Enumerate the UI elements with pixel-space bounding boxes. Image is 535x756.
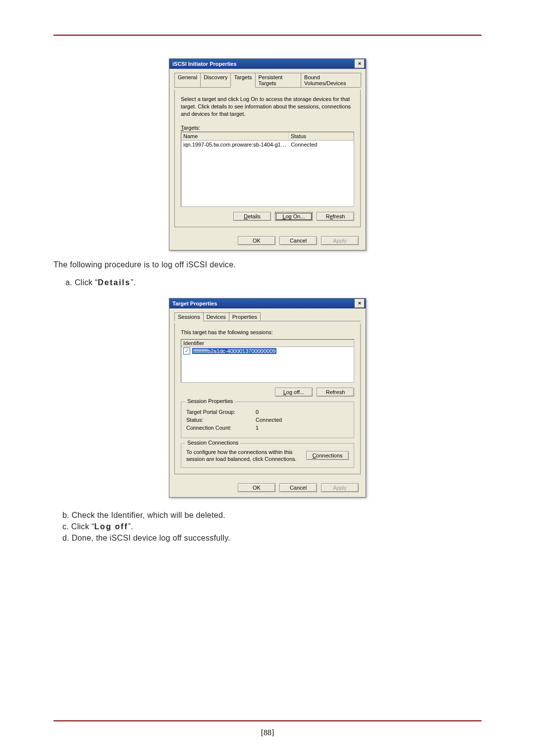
close-button[interactable]: ×: [355, 299, 365, 308]
list-header: Name Status: [181, 132, 354, 141]
apply-button: Apply: [321, 236, 359, 245]
dialog-body: General Discovery Targets Persistent Tar…: [169, 69, 366, 250]
logoff-button[interactable]: Log off...: [275, 388, 313, 397]
tab-targets[interactable]: Targets: [230, 73, 255, 88]
session-id: ffffffffffb2a1dc-4000013700000009: [192, 348, 276, 354]
action-buttons: Details Log On... Refresh: [181, 212, 354, 221]
group-legend: Session Connections: [185, 440, 240, 446]
dialog-body: Sessions Devices Properties This target …: [169, 308, 366, 498]
tab-persistent-targets[interactable]: Persistent Targets: [255, 73, 302, 87]
tab-bound-volumes[interactable]: Bound Volumes/Devices: [301, 73, 361, 87]
step-d: d. Done, the iSCSI device log off succes…: [62, 534, 482, 543]
footer-rule: [54, 720, 482, 721]
connections-text: To configure how the connections within …: [186, 449, 301, 463]
refresh-button[interactable]: Refresh: [317, 212, 354, 221]
session-checkbox[interactable]: ✓: [183, 348, 190, 354]
session-buttons: Log off... Refresh: [181, 388, 354, 397]
tab-devices[interactable]: Devices: [203, 312, 229, 321]
tab-panel-sessions: This target has the following sessions: …: [174, 323, 361, 475]
steps-list-2: b. Check the Identifier, which will be d…: [62, 511, 482, 543]
target-properties-dialog: Target Properties × Sessions Devices Pro…: [169, 298, 366, 498]
ok-button[interactable]: OK: [238, 236, 275, 245]
dialog-footer: OK Cancel Apply: [174, 236, 361, 245]
step-a: a. Click “Details”.: [65, 278, 482, 287]
steps-list: a. Click “Details”.: [65, 278, 482, 287]
dialog-title: Target Properties: [172, 299, 217, 308]
row-name: iqn.1997-05.tw.com.proware:sb-1404-g1a3-…: [181, 141, 289, 148]
connections-button[interactable]: Connections: [306, 451, 349, 460]
list-item[interactable]: ✓ ffffffffffb2a1dc-4000013700000009: [181, 347, 354, 355]
step-b: b. Check the Identifier, which will be d…: [62, 511, 482, 520]
details-button[interactable]: Details: [233, 212, 271, 221]
tab-panel-targets: Select a target and click Log On to acce…: [174, 90, 361, 227]
screenshot-1: iSCSI Initiator Properties × General Dis…: [54, 58, 482, 251]
tabs-row: General Discovery Targets Persistent Tar…: [174, 73, 361, 88]
tab-sessions[interactable]: Sessions: [174, 312, 204, 321]
targets-listbox[interactable]: Name Status iqn.1997-05.tw.com.proware:s…: [181, 132, 354, 207]
col-name: Name: [181, 132, 289, 140]
sessions-intro: This target has the following sessions:: [181, 329, 354, 335]
cancel-button[interactable]: Cancel: [279, 483, 317, 492]
cancel-button[interactable]: Cancel: [279, 236, 317, 245]
row-status: Connected: [289, 141, 354, 148]
screenshot-2: Target Properties × Sessions Devices Pro…: [54, 296, 482, 509]
step-c: c. Click “Log off”.: [62, 522, 482, 531]
kv-connection-count: Connection Count: 1: [186, 425, 349, 431]
group-legend: Session Properties: [185, 398, 235, 404]
col-identifier: Identifier: [181, 340, 354, 347]
tab-general[interactable]: General: [174, 73, 201, 87]
intro-text: The following procedure is to log off iS…: [54, 260, 482, 269]
kv-target-portal-group: Target Portal Group: 0: [186, 409, 349, 415]
dialog-footer: OK Cancel Apply: [174, 483, 361, 492]
sessions-list[interactable]: Identifier ✓ ffffffffffb2a1dc-4000013700…: [181, 339, 354, 383]
refresh-button[interactable]: Refresh: [317, 388, 354, 397]
tabs-row: Sessions Devices Properties: [174, 312, 361, 321]
targets-label: Targets:: [181, 125, 354, 131]
titlebar: iSCSI Initiator Properties ×: [169, 59, 366, 69]
apply-button: Apply: [321, 483, 359, 492]
session-connections-group: Session Connections To configure how the…: [181, 443, 354, 468]
kv-status: Status: Connected: [186, 417, 349, 423]
content-area: iSCSI Initiator Properties × General Dis…: [54, 54, 482, 706]
titlebar: Target Properties ×: [169, 299, 366, 308]
page: iSCSI Initiator Properties × General Dis…: [0, 0, 535, 756]
iscsi-initiator-dialog: iSCSI Initiator Properties × General Dis…: [169, 58, 366, 251]
ok-button[interactable]: OK: [238, 483, 275, 492]
dialog-title: iSCSI Initiator Properties: [172, 59, 237, 69]
table-row[interactable]: iqn.1997-05.tw.com.proware:sb-1404-g1a3-…: [181, 141, 354, 149]
page-number: [88]: [0, 728, 535, 737]
close-button[interactable]: ×: [355, 59, 365, 68]
tab-discovery[interactable]: Discovery: [200, 73, 231, 87]
logon-button[interactable]: Log On...: [275, 212, 313, 221]
header-rule: [54, 35, 482, 36]
help-text: Select a target and click Log On to acce…: [181, 96, 354, 118]
col-status: Status: [289, 132, 354, 140]
session-properties-group: Session Properties Target Portal Group: …: [181, 402, 354, 438]
tab-properties[interactable]: Properties: [229, 312, 261, 321]
